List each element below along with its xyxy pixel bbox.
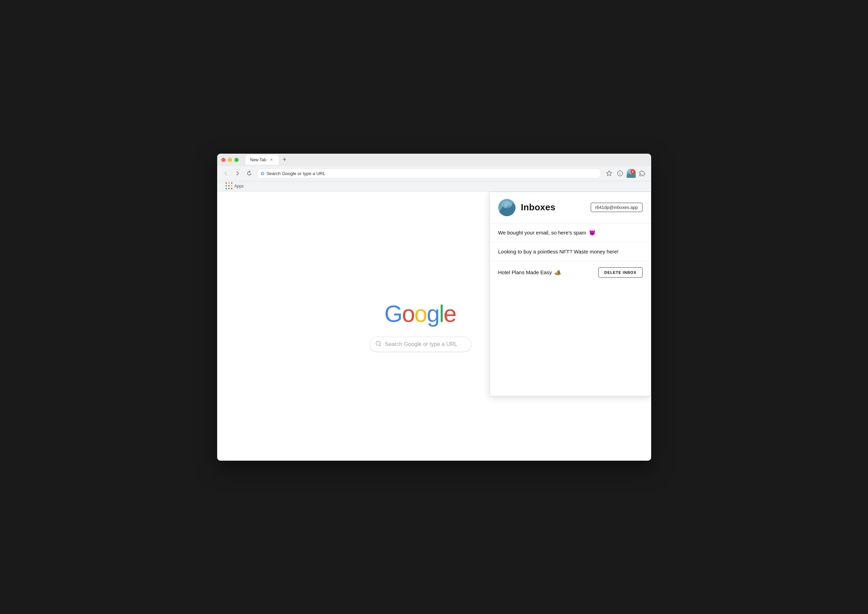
bookmark-star-button[interactable] [604, 169, 614, 178]
logo-g2: g [427, 300, 439, 327]
popup-header: Inboxes r641dp@inboxes.app [490, 192, 651, 223]
popup-logo-section: Inboxes [498, 199, 555, 216]
evil-emoji: 😈 [589, 229, 595, 236]
bookmarks-bar: Apps [217, 181, 651, 192]
inboxes-popup: Inboxes r641dp@inboxes.app We bought you… [490, 192, 651, 396]
hotel-plans-text: Hotel Plans Made Easy [498, 269, 552, 275]
nav-bar: G Search Google or type a URL [217, 166, 651, 181]
title-bar: New Tab ✕ + [217, 154, 651, 166]
nav-icons-right: 3 [604, 169, 647, 178]
tab-close-icon[interactable]: ✕ [269, 158, 274, 162]
browser-window: New Tab ✕ + G Search Google or type a U [217, 154, 651, 460]
logo-o2: o [414, 300, 427, 327]
logo-e: e [444, 300, 456, 327]
google-logo: G o o g l e [384, 300, 456, 327]
google-logo-small: G [261, 171, 265, 176]
camping-emoji: 🏕️ [555, 269, 561, 276]
back-button[interactable] [221, 169, 230, 178]
extensions-button[interactable] [637, 169, 647, 178]
popup-item-nft[interactable]: Looking to buy a pointless NFT? Waste mo… [490, 242, 651, 261]
info-button[interactable] [615, 169, 625, 178]
apps-label: Apps [234, 184, 244, 189]
new-tab-button[interactable]: + [280, 155, 289, 164]
address-bar[interactable]: G Search Google or type a URL [257, 168, 601, 178]
tab-bar: New Tab ✕ + [245, 155, 647, 165]
forward-button[interactable] [233, 169, 242, 178]
search-icon [375, 341, 381, 348]
search-input-container[interactable]: Search Google or type a URL [369, 337, 471, 352]
traffic-lights [221, 158, 239, 162]
minimize-button[interactable] [228, 158, 232, 162]
svg-marker-0 [606, 171, 611, 176]
svg-point-16 [504, 202, 510, 207]
reload-button[interactable] [245, 169, 254, 178]
search-placeholder-text: Search Google or type a URL [385, 341, 457, 347]
popup-item-hotel: Hotel Plans Made Easy 🏕️ DELETE INBOX [490, 261, 651, 284]
popup-item-text-2: Looking to buy a pointless NFT? Waste mo… [498, 249, 619, 254]
logo-o1: o [402, 300, 414, 327]
maximize-button[interactable] [234, 158, 239, 162]
logo-l: l [439, 300, 444, 327]
profile-button[interactable]: 3 [626, 169, 636, 178]
delete-inbox-button[interactable]: DELETE INBOX [598, 267, 642, 278]
apps-bookmark[interactable]: Apps [223, 181, 246, 191]
inboxes-avatar [498, 199, 516, 216]
close-button[interactable] [221, 158, 225, 162]
inboxes-logo [498, 199, 516, 216]
notification-badge: 3 [631, 169, 635, 174]
tab-title: New Tab [250, 158, 266, 162]
popup-item-spam[interactable]: We bought your email, so here's spam 😈 [490, 223, 651, 242]
app-name: Inboxes [521, 202, 555, 213]
logo-g: G [384, 300, 402, 327]
apps-grid-icon [225, 182, 233, 190]
popup-items: We bought your email, so here's spam 😈 L… [490, 223, 651, 396]
search-box: Search Google or type a URL [369, 337, 471, 352]
svg-line-11 [380, 345, 380, 346]
address-text: Search Google or type a URL [267, 171, 597, 176]
content-area: G o o g l e Search Google or type a URL [217, 192, 651, 460]
email-badge: r641dp@inboxes.app [591, 203, 643, 212]
popup-item-hotel-text: Hotel Plans Made Easy 🏕️ [498, 269, 561, 276]
active-tab[interactable]: New Tab ✕ [245, 155, 279, 165]
svg-point-10 [376, 341, 380, 345]
popup-item-text-1: We bought your email, so here's spam [498, 229, 586, 236]
